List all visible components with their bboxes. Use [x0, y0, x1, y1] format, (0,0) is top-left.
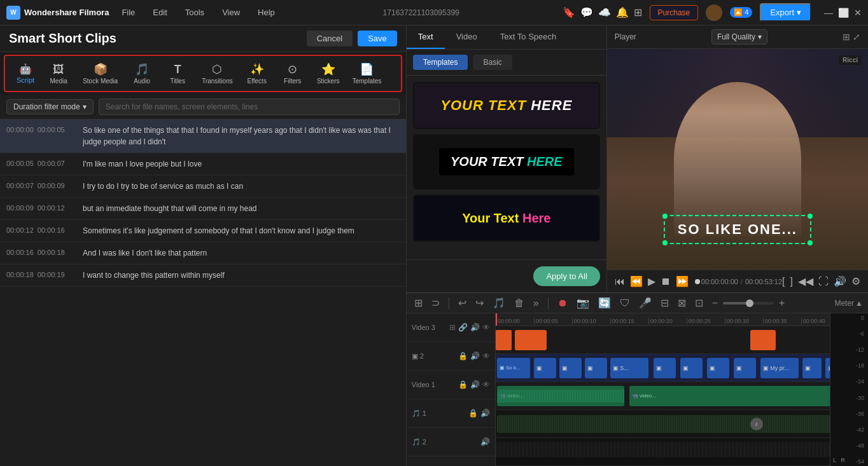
tab-tts[interactable]: Text To Speech — [489, 25, 568, 49]
toolbar-item-effects[interactable]: ✨ Effects — [241, 60, 274, 87]
delete-icon[interactable]: 🗑 — [512, 296, 527, 310]
tab-video[interactable]: Video — [445, 25, 489, 49]
bracket-out-icon[interactable]: ] — [790, 276, 793, 287]
track-volume-icon[interactable]: 🔊 — [470, 323, 480, 332]
text-clip[interactable]: ▣ — [680, 358, 703, 378]
step-forward-icon[interactable]: ⏩ — [676, 275, 689, 287]
template-card-1[interactable]: YOUR TEXT HERE — [413, 82, 600, 129]
undo-icon[interactable]: ↩ — [456, 296, 469, 310]
maximize-button[interactable]: ⬜ — [838, 8, 849, 18]
script-row[interactable]: 00:00:18 00:00:19 I want to change this … — [0, 264, 406, 287]
track-link-icon[interactable]: 🔗 — [458, 323, 468, 332]
menu-view[interactable]: View — [217, 5, 245, 20]
minimize-button[interactable]: — — [824, 8, 833, 18]
close-button[interactable]: ✕ — [854, 8, 862, 18]
toolbar-item-script[interactable]: 🤖 Script — [11, 60, 39, 86]
play-icon[interactable]: ▶ — [648, 275, 655, 287]
redo-icon[interactable]: ↪ — [473, 296, 486, 310]
zoom-out-icon[interactable]: − — [710, 296, 720, 310]
more-icon[interactable]: » — [531, 296, 542, 310]
video-clip[interactable]: 📹 video... — [629, 386, 830, 406]
shield-icon[interactable]: 🛡 — [617, 296, 633, 310]
text-clip[interactable]: ▣ — [802, 358, 822, 378]
subtab-templates[interactable]: Templates — [413, 55, 468, 70]
record-icon[interactable]: ⏺ — [555, 296, 570, 310]
script-row[interactable]: 00:00:05 00:00:07 I'm like man I love pe… — [0, 153, 406, 175]
track-volume-icon[interactable]: 🔊 — [470, 380, 480, 389]
settings-icon[interactable]: ⚙ — [851, 275, 860, 287]
search-input[interactable] — [99, 99, 400, 115]
track-eye-icon[interactable]: 👁 — [482, 323, 490, 332]
tab-text[interactable]: Text — [407, 25, 445, 49]
text-clip[interactable]: ▣ — [707, 358, 729, 378]
message-icon[interactable]: 💬 — [580, 6, 593, 18]
text-clip[interactable]: ▣ — [559, 358, 582, 378]
track-lock-icon[interactable]: 🔒 — [458, 352, 468, 360]
fullscreen-icon[interactable]: ⛶ — [818, 276, 829, 287]
split-icon[interactable]: ⊠ — [675, 296, 689, 310]
save-button[interactable]: Save — [358, 31, 397, 46]
menu-help[interactable]: Help — [253, 5, 280, 20]
purchase-button[interactable]: Purchase — [650, 5, 699, 20]
track-row-audio2[interactable] — [496, 438, 830, 466]
text-clip[interactable]: ▣ S... — [610, 358, 648, 378]
script-row[interactable]: 00:00:12 00:00:16 Sometimes it's like ju… — [0, 220, 406, 242]
template-card-3[interactable]: Your Text Here — [413, 195, 600, 242]
skip-back-icon[interactable]: ⏮ — [615, 276, 625, 287]
quality-select[interactable]: Full Quality ▾ — [711, 29, 767, 45]
text-clip[interactable]: ▣ — [825, 358, 830, 378]
export-button[interactable]: Export ▾ — [760, 3, 811, 22]
toolbar-item-stickers[interactable]: ⭐ Stickers — [312, 60, 345, 87]
meter-label[interactable]: Meter ▲ — [834, 299, 863, 308]
loop-icon[interactable]: 🔄 — [596, 296, 613, 310]
text-clip[interactable]: ▣ My pr... — [760, 358, 799, 378]
track-eye-icon[interactable]: 👁 — [482, 352, 490, 360]
template-card-2[interactable]: YOUR TEXT HERE — [413, 134, 600, 189]
track-row-audio1[interactable]: ♪ — [496, 410, 830, 438]
text-clip[interactable]: ▣ — [734, 358, 756, 378]
layout-icon[interactable]: ⊞ — [412, 296, 425, 310]
zoom-in-icon[interactable]: + — [776, 296, 787, 310]
text-clip[interactable]: ▣ So li... — [497, 358, 530, 378]
user-avatar[interactable] — [706, 4, 722, 21]
add-audio-icon[interactable]: 🎵 — [490, 296, 508, 310]
mic-icon[interactable]: 🎤 — [636, 296, 654, 310]
step-back-icon[interactable]: ⏪ — [630, 275, 643, 287]
track-row-video3[interactable] — [496, 326, 830, 354]
text-clip[interactable]: ▣ — [654, 358, 676, 378]
track-settings-icon[interactable]: ⊞ — [449, 323, 456, 332]
text-clip[interactable]: ▣ — [585, 358, 607, 378]
script-row[interactable]: 00:00:16 00:00:18 And I was like I don't… — [0, 242, 406, 264]
grid-view-icon[interactable]: ⊞ — [843, 32, 850, 42]
track-volume-icon[interactable]: 🔊 — [480, 437, 490, 446]
bell-icon[interactable]: 🔔 — [616, 6, 629, 18]
crop-icon[interactable]: ⊡ — [692, 296, 706, 310]
apply-to-all-button[interactable]: Apply to All — [533, 266, 599, 286]
cloud-icon[interactable]: ☁️ — [598, 6, 611, 18]
track-volume-icon[interactable]: 🔊 — [470, 352, 480, 360]
prev-frame-icon[interactable]: ◀◀ — [798, 275, 813, 287]
menu-file[interactable]: File — [116, 5, 140, 20]
toolbar-item-audio[interactable]: 🎵 Audio — [125, 60, 158, 87]
script-row[interactable]: 00:00:00 00:00:05 So like one of the thi… — [0, 120, 406, 153]
volume-icon[interactable]: 🔊 — [834, 275, 846, 287]
toolbar-item-templates[interactable]: 📄 Templates — [347, 60, 387, 87]
duration-filter-dropdown[interactable]: Duration filter mode ▾ — [6, 99, 94, 114]
script-row[interactable]: 00:00:09 00:00:12 but an immediate thoug… — [0, 198, 406, 220]
menu-tools[interactable]: Tools — [180, 5, 209, 20]
snapshot-icon[interactable]: 📷 — [574, 296, 592, 310]
track-volume-icon[interactable]: 🔊 — [480, 409, 490, 418]
toolbar-item-stock[interactable]: 📦 Stock Media — [78, 60, 123, 87]
grid-icon[interactable]: ⊞ — [634, 6, 642, 18]
clip[interactable] — [750, 330, 776, 350]
caption-icon[interactable]: ⊟ — [658, 296, 671, 310]
clip[interactable] — [496, 330, 512, 350]
magnet-icon[interactable]: ⊃ — [429, 296, 442, 310]
cancel-button[interactable]: Cancel — [307, 31, 353, 46]
toolbar-item-transitions[interactable]: ⬡ Transitions — [197, 60, 238, 87]
clip[interactable] — [515, 330, 547, 350]
track-lock-icon[interactable]: 🔒 — [468, 409, 478, 418]
toolbar-item-filters[interactable]: ⊙ Filters — [276, 60, 309, 87]
bookmark-icon[interactable]: 🔖 — [563, 6, 575, 18]
text-clip[interactable]: ▣ — [534, 358, 556, 378]
